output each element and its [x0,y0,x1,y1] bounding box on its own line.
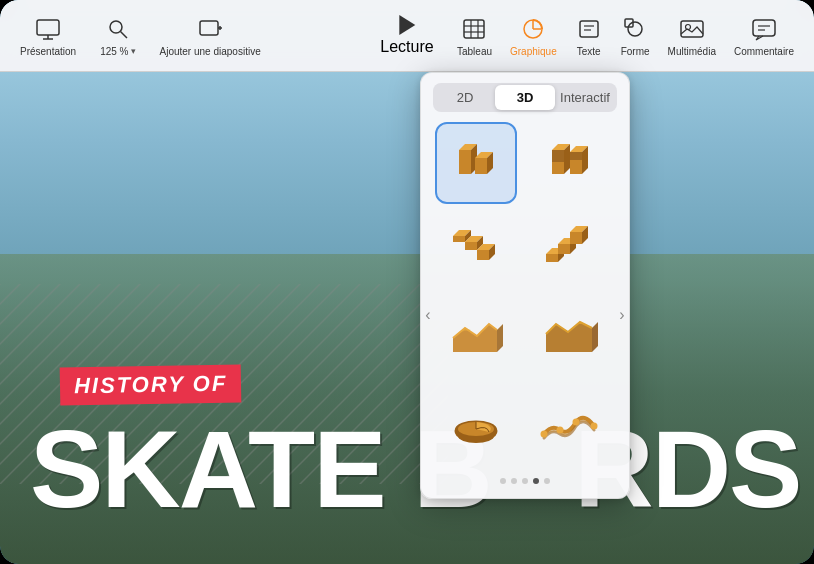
lecture-button[interactable]: Lecture [380,15,433,56]
svg-rect-27 [753,20,775,36]
svg-point-72 [573,419,580,426]
svg-marker-44 [453,236,465,242]
chart-bar-3d-cell[interactable] [437,124,515,202]
lecture-label: Lecture [380,38,433,56]
slide-content: HISTORY OF SKATE BORDS [0,0,814,564]
svg-line-8 [120,31,127,38]
svg-marker-66 [592,322,598,352]
chart-line-3d-icon [538,396,600,458]
graphique-button[interactable]: Graphique [510,15,557,57]
texte-icon [575,15,603,43]
dot-5[interactable] [544,478,550,484]
chart-step-3d-left-icon [445,220,507,282]
zoom-icon [104,15,132,43]
tab-3d[interactable]: 3D [495,85,555,110]
chart-bar-3d-icon [445,132,507,194]
chart-grid [421,120,629,470]
zoom-arrow: ▾ [131,46,136,56]
presentation-label: Présentation [20,46,76,57]
play-icon [399,15,415,35]
svg-rect-25 [681,21,703,37]
chart-step-3d-right-icon [538,220,600,282]
svg-marker-50 [477,250,489,260]
svg-marker-62 [453,324,497,352]
chart-area-3d-left-cell[interactable] [437,300,515,378]
chart-stacked-bar-3d-cell[interactable] [530,124,608,202]
zoom-label: 125 % ▾ [100,46,135,57]
add-slide-label: Ajouter une diapositive [160,46,261,57]
svg-marker-37 [552,150,564,162]
chart-tab-bar: 2D 3D Interactif [433,83,617,112]
svg-point-23 [628,22,642,36]
forme-label: Forme [621,46,650,57]
svg-marker-30 [459,150,471,174]
svg-marker-63 [497,324,503,352]
tableau-button[interactable]: Tableau [457,15,492,57]
prev-arrow[interactable]: ‹ [417,304,439,326]
svg-marker-33 [475,158,487,174]
device-frame: HISTORY OF SKATE BORDS Présentation [0,0,814,564]
tab-interactif[interactable]: Interactif [555,85,615,110]
tab-2d[interactable]: 2D [435,85,495,110]
svg-marker-41 [570,152,582,160]
chart-area-3d-right-icon [538,308,600,370]
chart-grid-container: ‹ › [421,120,629,470]
add-slide-button[interactable]: Ajouter une diapositive [160,15,261,57]
multimedia-icon [678,15,706,43]
multimedia-button[interactable]: Multimédia [668,15,716,57]
multimedia-label: Multimédia [668,46,716,57]
svg-point-71 [557,427,564,434]
zoom-control[interactable]: 125 % ▾ [100,15,135,57]
svg-marker-56 [558,244,570,254]
dot-1[interactable] [500,478,506,484]
dot-3[interactable] [522,478,528,484]
svg-marker-47 [465,242,477,250]
presentation-icon [34,15,62,43]
chart-pie-3d-icon [445,396,507,458]
toolbar: Présentation 125 % ▾ [0,0,814,72]
chart-area-3d-right-cell[interactable] [530,300,608,378]
svg-marker-53 [546,254,558,262]
svg-point-26 [685,24,690,29]
chart-picker-popup: 2D 3D Interactif ‹ › [420,72,630,499]
commentaire-button[interactable]: Commentaire [734,15,794,57]
forme-button[interactable]: Forme [621,15,650,57]
texte-button[interactable]: Texte [575,15,603,57]
chart-area-3d-left-icon [445,308,507,370]
add-slide-icon [196,15,224,43]
svg-marker-36 [552,162,564,174]
texte-label: Texte [577,46,601,57]
svg-rect-9 [200,21,218,35]
svg-point-74 [541,431,548,438]
tableau-icon [460,15,488,43]
svg-rect-20 [580,21,598,37]
dot-4[interactable] [533,478,539,484]
history-badge: HISTORY OF [60,364,242,405]
page-dots [421,478,629,484]
chart-pie-3d-cell[interactable] [437,388,515,466]
svg-marker-40 [570,160,582,174]
svg-rect-4 [37,20,59,35]
tableau-label: Tableau [457,46,492,57]
svg-point-73 [591,423,598,430]
graphique-icon [519,15,547,43]
graphique-label: Graphique [510,46,557,57]
svg-marker-59 [570,232,582,244]
chart-stacked-bar-3d-icon [538,132,600,194]
svg-rect-12 [464,20,484,38]
presentation-button[interactable]: Présentation [20,15,76,57]
svg-point-7 [110,21,122,33]
chart-line-3d-cell[interactable] [530,388,608,466]
forme-icon [621,15,649,43]
commentaire-icon [750,15,778,43]
dot-2[interactable] [511,478,517,484]
commentaire-label: Commentaire [734,46,794,57]
next-arrow[interactable]: › [611,304,633,326]
chart-step-3d-right-cell[interactable] [530,212,608,290]
chart-step-3d-left-cell[interactable] [437,212,515,290]
